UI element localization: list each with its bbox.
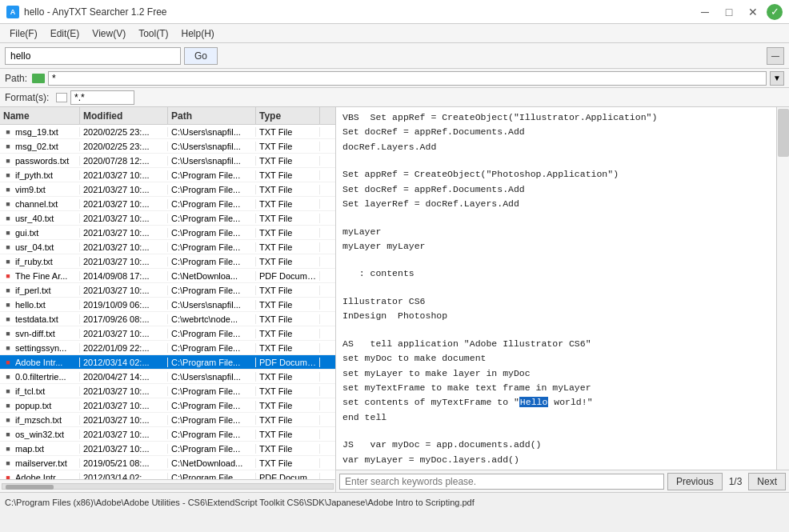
table-row[interactable]: ■ msg_19.txt 2020/02/25 23:... C:\Users\… — [0, 125, 335, 139]
file-modified-cell: 2021/03/27 10:... — [80, 430, 168, 439]
file-modified-cell: 2020/07/28 12:... — [80, 156, 168, 166]
table-row[interactable]: ■ if_tcl.txt 2021/03/27 10:... C:\Progra… — [0, 384, 335, 398]
file-name-cell: ■ msg_02.txt — [0, 142, 80, 151]
table-row[interactable]: ■ testdata.txt 2017/09/26 08:... C:\webr… — [0, 312, 335, 326]
table-row[interactable]: ■ passwords.txt 2020/07/28 12:... C:\Use… — [0, 154, 335, 168]
preview-line: set myDoc to make document — [342, 351, 768, 366]
table-row[interactable]: ■ 0.0.filtertrie... 2020/04/27 14:... C:… — [0, 370, 335, 384]
table-row[interactable]: ■ The Fine Ar... 2014/09/08 17:... C:\Ne… — [0, 269, 335, 283]
file-list-horizontal-scrollbar[interactable] — [0, 479, 335, 492]
file-path-cell: C:\Program File... — [168, 185, 256, 194]
collapse-button[interactable]: ─ — [767, 47, 784, 65]
file-name-cell: ■ mailserver.txt — [0, 458, 80, 468]
table-row[interactable]: ■ mailserver.txt 2019/05/21 08:... C:\Ne… — [0, 456, 335, 470]
table-row[interactable]: ■ svn-diff.txt 2021/03/27 10:... C:\Prog… — [0, 326, 335, 341]
file-type-cell: TXT File — [256, 444, 320, 454]
file-modified-cell: 2021/03/27 10:... — [80, 401, 168, 410]
table-row[interactable]: ■ if_mzsch.txt 2021/03/27 10:... C:\Prog… — [0, 413, 335, 427]
txt-icon: ■ — [3, 401, 13, 410]
status-bar: C:\Program Files (x86)\Adobe\Adobe Utili… — [0, 492, 789, 511]
preview-line: docRef.Layers.Add — [342, 140, 768, 154]
file-name-cell: ■ os_win32.txt — [0, 430, 80, 439]
preview-line: end tell — [342, 410, 768, 425]
txt-icon: ■ — [3, 386, 13, 396]
table-row[interactable]: ■ Adobe Intr... 2012/03/14 02:... C:\Pro… — [0, 470, 335, 479]
table-row[interactable]: ■ map.txt 2021/03/27 10:... C:\Program F… — [0, 442, 335, 456]
txt-icon: ■ — [3, 458, 13, 468]
preview-scrollbar[interactable] — [776, 107, 789, 470]
next-button[interactable]: Next — [748, 473, 786, 490]
file-type-cell: TXT File — [256, 300, 320, 310]
file-type-cell: TXT File — [256, 314, 320, 324]
table-row[interactable]: ■ hello.txt 2019/10/09 06:... C:\Users\s… — [0, 298, 335, 312]
preview-line: set myTextFrame to make text frame in my… — [342, 381, 768, 395]
path-dropdown-button[interactable]: ▼ — [770, 71, 784, 86]
preview-line: Illustrator CS6 — [342, 294, 768, 309]
menu-edit[interactable]: Edit(E) — [44, 24, 86, 42]
table-row[interactable]: ■ if_perl.txt 2021/03/27 10:... C:\Progr… — [0, 283, 335, 298]
pdf-icon: ■ — [3, 271, 13, 281]
txt-icon: ■ — [3, 286, 13, 295]
table-row[interactable]: ■ msg_02.txt 2020/02/25 23:... C:\Users\… — [0, 139, 335, 154]
preview-panel: VBS Set appRef = CreateObject("Illustrat… — [336, 107, 789, 492]
minimize-button[interactable]: ─ — [695, 4, 715, 20]
file-modified-cell: 2019/10/09 06:... — [80, 300, 168, 310]
txt-icon: ■ — [3, 199, 13, 209]
format-label: Format(s): — [5, 92, 53, 103]
table-row[interactable]: ■ os_win32.txt 2021/03/27 10:... C:\Prog… — [0, 427, 335, 442]
table-row[interactable]: ■ vim9.txt 2021/03/27 10:... C:\Program … — [0, 182, 335, 197]
title-left: A hello - AnyTXT Searcher 1.2 Free — [6, 6, 167, 18]
preview-scrollbar-thumb[interactable] — [778, 109, 789, 157]
toolbar: Go ─ — [0, 43, 789, 69]
menu-view[interactable]: View(V) — [86, 24, 132, 42]
go-button[interactable]: Go — [184, 47, 218, 65]
file-modified-cell: 2012/03/14 02:... — [80, 358, 168, 367]
previous-button[interactable]: Previous — [667, 473, 723, 490]
table-row[interactable]: ■ settingssyn... 2022/01/09 22:... C:\Pr… — [0, 341, 335, 355]
file-path-cell: C:\Users\snapfil... — [168, 156, 256, 166]
file-modified-cell: 2022/01/09 22:... — [80, 343, 168, 353]
file-name-cell: ■ usr_40.txt — [0, 214, 80, 223]
table-row[interactable]: ■ popup.txt 2021/03/27 10:... C:\Program… — [0, 398, 335, 413]
file-modified-cell: 2014/09/08 17:... — [80, 271, 168, 281]
title-bar: A hello - AnyTXT Searcher 1.2 Free ─ □ ✕… — [0, 0, 789, 24]
file-path-cell: C:\Program File... — [168, 170, 256, 180]
file-name-cell: ■ if_tcl.txt — [0, 386, 80, 396]
preview-line — [342, 254, 768, 266]
table-row[interactable]: ■ Adobe Intr... 2012/03/14 02:... C:\Pro… — [0, 355, 335, 370]
table-row[interactable]: ■ gui.txt 2021/03/27 10:... C:\Program F… — [0, 226, 335, 240]
table-row[interactable]: ■ usr_04.txt 2021/03/27 10:... C:\Progra… — [0, 240, 335, 254]
pdf-icon: ■ — [3, 473, 13, 480]
preview-line: set contents of myTextFrame to "Hello wo… — [342, 395, 768, 410]
table-row[interactable]: ■ if_pyth.txt 2021/03/27 10:... C:\Progr… — [0, 168, 335, 182]
status-indicator: ✓ — [767, 4, 783, 20]
file-modified-cell: 2021/03/27 10:... — [80, 185, 168, 194]
table-row[interactable]: ■ usr_40.txt 2021/03/27 10:... C:\Progra… — [0, 211, 335, 226]
menu-help[interactable]: Help(H) — [175, 24, 221, 42]
file-name-cell: ■ Adobe Intr... — [0, 358, 80, 367]
txt-icon: ■ — [3, 372, 13, 382]
preview-line: VBS Set appRef = CreateObject("Illustrat… — [342, 110, 768, 125]
search-input[interactable] — [5, 47, 181, 65]
file-name-cell: ■ testdata.txt — [0, 314, 80, 324]
preview-line: myLayer — [342, 225, 768, 239]
table-row[interactable]: ■ channel.txt 2021/03/27 10:... C:\Progr… — [0, 197, 335, 211]
file-path-cell: C:\Program File... — [168, 401, 256, 410]
file-type-cell: TXT File — [256, 286, 320, 295]
txt-icon: ■ — [3, 170, 13, 180]
table-row[interactable]: ■ if_ruby.txt 2021/03/27 10:... C:\Progr… — [0, 254, 335, 269]
preview-line: Set docRef = appRef.Documents.Add — [342, 182, 768, 197]
preview-search-input[interactable] — [339, 474, 664, 490]
format-input[interactable] — [70, 90, 134, 105]
file-name-cell: ■ if_perl.txt — [0, 286, 80, 295]
file-type-cell: TXT File — [256, 372, 320, 382]
path-input[interactable] — [48, 71, 767, 86]
txt-icon: ■ — [3, 343, 13, 353]
restore-button[interactable]: □ — [719, 4, 739, 20]
column-header-type: Type — [256, 107, 320, 124]
file-path-cell: C:\Program File... — [168, 257, 256, 266]
menu-file[interactable]: File(F) — [3, 24, 44, 42]
close-button[interactable]: ✕ — [743, 4, 763, 20]
menu-tool[interactable]: Tool(T) — [132, 24, 174, 42]
preview-line: Set appRef = CreateObject("Photoshop.App… — [342, 167, 768, 182]
